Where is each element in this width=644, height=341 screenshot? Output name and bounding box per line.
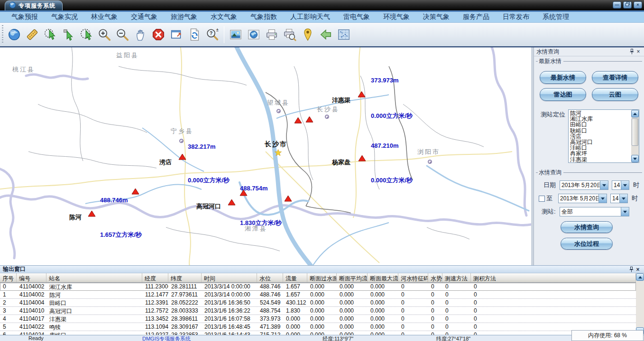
water-query-button[interactable]: 水情查询 bbox=[561, 221, 613, 233]
menu-item-5[interactable]: 水文气象 bbox=[206, 13, 242, 21]
menu-item-0[interactable]: 气象预报 bbox=[7, 13, 43, 21]
globe-icon[interactable] bbox=[5, 26, 23, 44]
column-header[interactable]: 纬度 bbox=[168, 273, 202, 282]
table-row[interactable]: 641104024库峪口112.92277828.2328532013/1/6 … bbox=[0, 331, 636, 335]
menu-item-12[interactable]: 日常发布 bbox=[498, 13, 534, 21]
station-triangle-marker[interactable] bbox=[131, 188, 139, 197]
chevron-down-icon[interactable] bbox=[598, 194, 607, 203]
station-select[interactable]: 全部 bbox=[560, 207, 629, 216]
column-header[interactable]: 断面过水面 bbox=[307, 273, 337, 282]
scroll-up-button[interactable] bbox=[636, 273, 644, 281]
identify-icon[interactable]: ?± bbox=[203, 26, 221, 44]
station-triangle-marker[interactable] bbox=[358, 91, 366, 99]
menu-item-13[interactable]: 系统管理 bbox=[538, 13, 574, 21]
listbox-scrollbar[interactable] bbox=[631, 110, 639, 162]
station-triangle-marker[interactable] bbox=[294, 117, 302, 126]
menu-item-1[interactable]: 气象实况 bbox=[46, 13, 83, 21]
table-row[interactable]: 541104022鸣犊113.10944428.3091672013/1/6 1… bbox=[0, 323, 636, 331]
station-triangle-marker[interactable] bbox=[88, 210, 96, 219]
column-header[interactable]: 流量 bbox=[283, 273, 307, 282]
station-triangle-marker[interactable] bbox=[305, 116, 313, 125]
column-header[interactable]: 序号 bbox=[0, 273, 17, 282]
station-triangle-marker[interactable] bbox=[358, 155, 366, 163]
latest-water-button-2[interactable]: 雷达图 bbox=[540, 88, 586, 101]
latest-water-button-3[interactable]: 云图 bbox=[592, 88, 638, 101]
latest-water-button-0[interactable]: 最新水情 bbox=[540, 71, 586, 84]
table-row[interactable]: 341104010高冠河口112.75722228.0033332013/1/6… bbox=[0, 307, 636, 315]
column-header[interactable]: 经度 bbox=[142, 273, 168, 282]
table-row[interactable]: 241104004田峪口112.33916728.0522222013/1/6 … bbox=[0, 299, 636, 307]
toolbar-grip[interactable] bbox=[2, 25, 3, 44]
menu-item-4[interactable]: 旅游气象 bbox=[166, 13, 202, 21]
station-list-item[interactable]: 田峪口 bbox=[570, 122, 639, 127]
print-preview-icon[interactable] bbox=[281, 26, 299, 44]
menu-item-9[interactable]: 环境气象 bbox=[378, 13, 414, 21]
world-image-icon[interactable] bbox=[245, 26, 263, 44]
date-picker-end[interactable]: 2013年 5月20日 bbox=[558, 194, 607, 203]
water-stage-button[interactable]: 水位过程 bbox=[561, 238, 613, 250]
table-row[interactable]: 141104002陈河112.14777827.9736112013/3/14 … bbox=[0, 291, 636, 299]
date-picker[interactable]: 2013年 5月20日 bbox=[560, 180, 608, 190]
station-list-item[interactable]: 沣惠渠 bbox=[570, 157, 639, 162]
pin-icon[interactable] bbox=[628, 48, 635, 55]
scroll-up-button[interactable] bbox=[631, 110, 639, 117]
back-arrow-icon[interactable] bbox=[317, 26, 335, 44]
map-canvas[interactable]: 益阳县桃江县宁乡县望城县长沙县浏阳市湘潭县长沙市涝店陈河高冠河口沣惠渠杨家盘38… bbox=[0, 47, 531, 265]
latest-water-button-1[interactable]: 查看详情 bbox=[592, 71, 638, 84]
menu-item-7[interactable]: 人工影响天气 bbox=[285, 13, 335, 21]
station-list-item[interactable]: 耿峪口 bbox=[570, 128, 639, 134]
location-pin-icon[interactable] bbox=[299, 26, 317, 44]
column-header[interactable]: 水位 bbox=[257, 273, 283, 282]
station-listbox[interactable]: 陈河湘江水库田峪口耿峪口涝店高冠河口沣峪口冉家坪沣惠渠 bbox=[568, 109, 639, 163]
column-header[interactable]: 水势 bbox=[428, 273, 442, 282]
to-checkbox[interactable] bbox=[539, 196, 545, 202]
menu-item-6[interactable]: 气象指数 bbox=[246, 13, 282, 21]
close-button[interactable]: × bbox=[634, 1, 642, 9]
output-close-icon[interactable]: × bbox=[635, 266, 641, 273]
column-header[interactable]: 河水特征码 bbox=[398, 273, 428, 282]
station-triangle-marker[interactable] bbox=[178, 153, 186, 162]
chevron-down-icon[interactable] bbox=[621, 181, 629, 189]
minimize-button[interactable]: — bbox=[613, 1, 621, 9]
scroll-thumb[interactable] bbox=[632, 118, 638, 146]
menu-item-8[interactable]: 雷电气象 bbox=[339, 13, 375, 21]
menu-item-3[interactable]: 交通气象 bbox=[126, 13, 162, 21]
chevron-down-icon[interactable] bbox=[600, 181, 608, 189]
table-row[interactable]: 041104002湘江水库111.23000028.2811112013/3/1… bbox=[0, 283, 636, 291]
select-lasso-icon[interactable] bbox=[77, 26, 95, 44]
station-list-item[interactable]: 冉家坪 bbox=[570, 151, 639, 156]
hour-picker-end[interactable]: 14 bbox=[610, 194, 628, 203]
full-extent-icon[interactable] bbox=[167, 26, 185, 44]
restore-button[interactable] bbox=[623, 1, 632, 9]
station-triangle-marker[interactable] bbox=[284, 195, 292, 204]
station-triangle-marker[interactable] bbox=[239, 189, 248, 198]
map-grid-icon[interactable] bbox=[335, 26, 353, 44]
scroll-down-button[interactable] bbox=[631, 155, 639, 162]
column-header[interactable]: 测积方法 bbox=[471, 273, 636, 282]
column-header[interactable]: 时间 bbox=[202, 273, 257, 282]
image-export-icon[interactable] bbox=[227, 26, 245, 44]
pin-icon[interactable] bbox=[628, 266, 635, 273]
chevron-down-icon[interactable] bbox=[621, 207, 629, 216]
table-scrollbar[interactable] bbox=[636, 273, 644, 335]
hour-picker[interactable]: 14 bbox=[612, 180, 629, 190]
menu-item-2[interactable]: 林业气象 bbox=[86, 13, 122, 21]
menu-item-10[interactable]: 决策气象 bbox=[418, 13, 454, 21]
measure-ruler-icon[interactable] bbox=[23, 26, 41, 44]
column-header[interactable]: 断面平均流 bbox=[337, 273, 368, 282]
zoom-out-icon[interactable] bbox=[113, 26, 131, 44]
app-tab[interactable]: 专项服务系统 bbox=[5, 0, 63, 10]
table-row[interactable]: 441104017沣惠渠113.34527828.3986112013/1/6 … bbox=[0, 315, 636, 323]
zoom-in-icon[interactable] bbox=[95, 26, 113, 44]
column-header[interactable]: 断面最大流 bbox=[368, 273, 398, 282]
print-icon[interactable] bbox=[263, 26, 281, 44]
station-triangle-marker[interactable] bbox=[228, 199, 236, 207]
pan-hand-icon[interactable] bbox=[131, 26, 149, 44]
select-arrow-icon[interactable] bbox=[59, 26, 77, 44]
menu-item-11[interactable]: 服务产品 bbox=[458, 13, 494, 21]
column-header[interactable]: 站名 bbox=[46, 273, 142, 282]
refresh-icon[interactable] bbox=[185, 26, 203, 44]
column-header[interactable]: 测速方法 bbox=[442, 273, 471, 282]
select-features-icon[interactable] bbox=[41, 26, 59, 44]
output-table[interactable]: 序号编号站名经度纬度时间水位流量断面过水面断面平均流断面最大流河水特征码水势测速… bbox=[0, 273, 636, 335]
